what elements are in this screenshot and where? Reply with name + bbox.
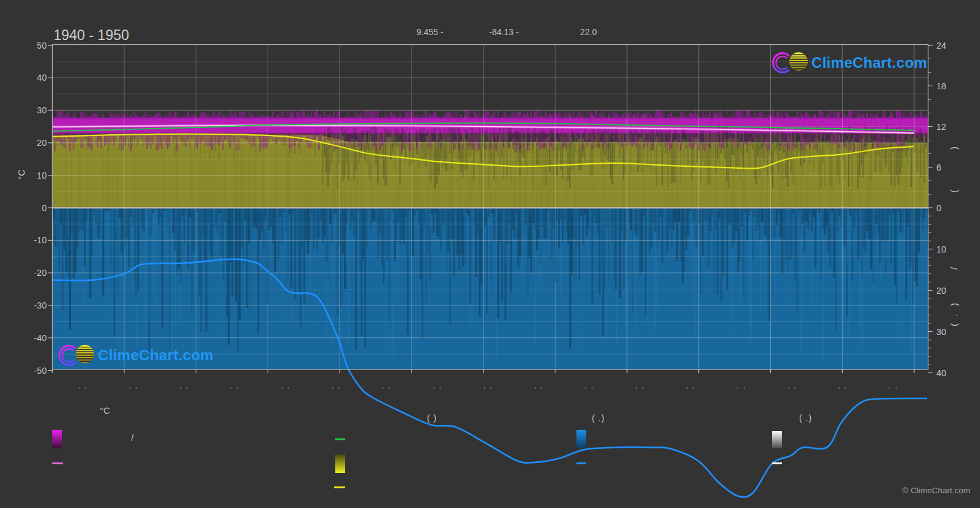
- logo-text: ClimeChart.com: [811, 54, 927, 71]
- svg-text:..: ..: [838, 382, 851, 390]
- svg-text:..: ..: [484, 382, 496, 390]
- svg-text:20: 20: [936, 286, 946, 296]
- svg-text:-40: -40: [34, 333, 47, 343]
- elevation-value: 22.0: [580, 27, 597, 37]
- svg-text:..: ..: [534, 382, 547, 390]
- svg-text:40: 40: [37, 73, 47, 83]
- svg-text:(: (: [949, 190, 959, 193]
- svg-text:..: ..: [686, 382, 699, 390]
- svg-text:50: 50: [37, 41, 47, 50]
- longitude-value: -84.13 -: [489, 27, 519, 37]
- svg-text:20: 20: [37, 138, 47, 148]
- svg-text:(: (: [949, 323, 959, 326]
- svg-text:-30: -30: [34, 300, 47, 310]
- svg-text:( .): ( .): [592, 413, 605, 423]
- svg-text:..: ..: [78, 382, 91, 390]
- legend-snow-line-swatch: [772, 462, 782, 464]
- svg-text:..: ..: [230, 382, 243, 390]
- logo-text: ClimeChart.com: [98, 347, 213, 363]
- svg-text:..: ..: [332, 382, 345, 390]
- svg-text:..: ..: [585, 382, 598, 390]
- svg-text:..: ..: [129, 382, 141, 390]
- legend-sunshine-swatch: [335, 454, 345, 473]
- legend-temp-range-swatch: [52, 430, 62, 448]
- svg-text:( ): ( ): [427, 413, 437, 423]
- svg-text:0: 0: [936, 203, 941, 213]
- page-title: 1940 - 1950: [54, 27, 129, 43]
- svg-text:12: 12: [936, 122, 946, 132]
- legend-precip-swatch: [576, 430, 586, 448]
- svg-text:24: 24: [936, 41, 946, 50]
- logo-ring-inner-icon: [776, 57, 787, 70]
- logo-top-right: ClimeChart.com: [773, 52, 927, 73]
- svg-text:..: ..: [889, 382, 902, 390]
- copyright-text: © ClimeChart.com: [902, 486, 970, 495]
- legend-temp-slash: /: [131, 432, 134, 443]
- svg-text:10: 10: [37, 171, 47, 180]
- svg-text:..: ..: [737, 382, 750, 390]
- legend-green-line-swatch: [335, 438, 345, 440]
- svg-text:.: .: [949, 314, 959, 316]
- climate-chart: 50403020100-10-20-30-40-5024181260102030…: [0, 0, 980, 508]
- svg-text:10: 10: [936, 244, 946, 254]
- svg-text:..: ..: [382, 382, 395, 390]
- svg-text:..: ..: [432, 382, 445, 390]
- svg-text:( .): ( .): [799, 413, 812, 423]
- svg-text:..: ..: [180, 382, 193, 390]
- logo-bottom-left: ClimeChart.com: [59, 345, 213, 365]
- legend-sunshine-line-swatch: [334, 486, 345, 488]
- svg-text:): ): [949, 303, 959, 306]
- legend-temp-mean-line-swatch: [52, 462, 63, 464]
- svg-text:30: 30: [936, 327, 946, 337]
- right-axis-fragments: )(/).(: [949, 147, 959, 326]
- svg-text:6: 6: [936, 163, 941, 172]
- latitude-value: 9.455 -: [416, 27, 444, 37]
- legend-precip-line-swatch: [576, 462, 586, 464]
- legend-snow-swatch: [772, 431, 782, 448]
- legend-fragment-labels: ( )( .)( .): [427, 413, 812, 423]
- y-axis-unit-label: °C: [16, 169, 26, 180]
- climate-chart-page: 50403020100-10-20-30-40-5024181260102030…: [0, 0, 980, 508]
- legend-temp-header: °C: [100, 405, 110, 416]
- svg-text:40: 40: [936, 368, 946, 378]
- svg-text:-50: -50: [34, 366, 47, 376]
- svg-text:30: 30: [37, 105, 47, 115]
- svg-text:18: 18: [936, 81, 946, 91]
- svg-text:..: ..: [635, 382, 648, 390]
- svg-text:-20: -20: [34, 268, 47, 278]
- svg-text:0: 0: [42, 203, 47, 213]
- plot-layers: 50403020100-10-20-30-40-5024181260102030…: [34, 41, 959, 498]
- svg-text:): ): [949, 147, 959, 150]
- svg-text:-10: -10: [34, 235, 47, 245]
- svg-text:..: ..: [787, 382, 800, 390]
- legend: °C /: [52, 405, 782, 488]
- svg-text:..: ..: [281, 382, 293, 390]
- x-tick-labels: ..................................: [78, 382, 901, 390]
- svg-text:/: /: [949, 267, 959, 270]
